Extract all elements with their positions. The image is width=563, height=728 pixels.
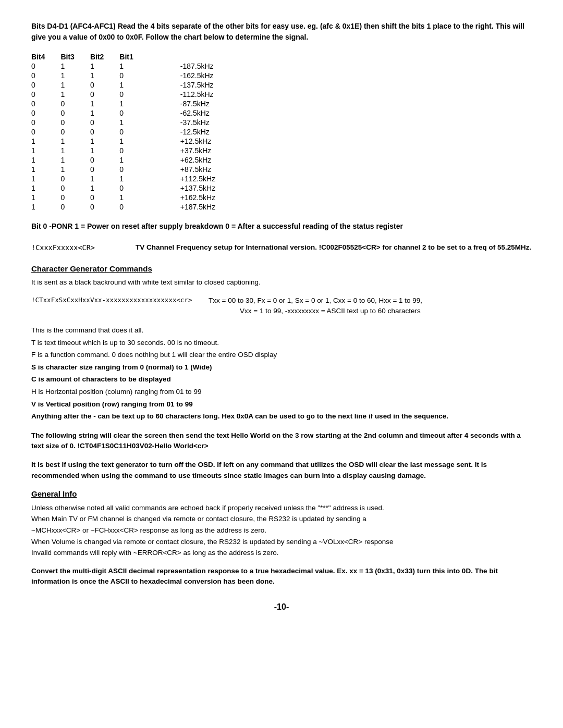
description-item: H is Horizontal position (column) rangin…: [31, 386, 532, 398]
table-cell: 1: [90, 174, 119, 183]
table-row: 1011+112.5kHz: [31, 174, 231, 183]
table-row: 0101-137.5kHz: [31, 80, 231, 90]
table-cell: 1: [90, 99, 119, 108]
tv-channel-section: !CxxxFxxxxx<CR> TV Channel Frequency set…: [31, 242, 532, 253]
table-cell: 0: [90, 202, 119, 212]
table-cell: +87.5kHz: [149, 165, 231, 174]
table-cell: 0: [90, 90, 119, 99]
table-cell: 0: [119, 165, 149, 174]
table-cell: +37.5kHz: [149, 146, 231, 155]
table-cell: 0: [60, 174, 90, 183]
table-cell: 0: [119, 127, 149, 137]
table-cell: 1: [31, 183, 60, 193]
table-cell: 0: [31, 61, 60, 71]
table-cell: 1: [60, 137, 90, 146]
table-cell: 0: [60, 127, 90, 137]
table-cell: 0: [119, 146, 149, 155]
description-item: T is text timeout which is up to 30 seco…: [31, 337, 532, 349]
char-gen-section: Character Generator Commands It is sent …: [31, 264, 532, 481]
table-cell: 1: [90, 146, 119, 155]
table-cell: -62.5kHz: [149, 108, 231, 118]
table-cell: 1: [119, 137, 149, 146]
col-bit4: Bit4: [31, 52, 60, 61]
general-info-heading: General Info: [31, 489, 532, 498]
table-cell: 0: [31, 99, 60, 108]
table-cell: 1: [119, 174, 149, 183]
table-cell: 0: [90, 165, 119, 174]
table-cell: -187.5kHz: [149, 61, 231, 71]
command-syntax-left: !CTxxFxSxCxxHxxVxx-xxxxxxxxxxxxxxxxxx<cr…: [31, 295, 209, 305]
table-cell: 0: [119, 71, 149, 80]
table-cell: 0: [31, 108, 60, 118]
table-cell: 0: [60, 99, 90, 108]
table-cell: 1: [31, 137, 60, 146]
table-cell: 1: [60, 80, 90, 90]
table-cell: -12.5kHz: [149, 127, 231, 137]
table-cell: 1: [31, 155, 60, 165]
table-cell: 1: [60, 155, 90, 165]
table-cell: 0: [119, 202, 149, 212]
intro-paragraph: Bits D4-D1 (AFC4-AFC1) Read the 4 bits s…: [31, 21, 532, 43]
table-row: 0110-162.5kHz: [31, 71, 231, 80]
general-info-section: General Info Unless otherwise noted all …: [31, 489, 532, 587]
table-row: 0100-112.5kHz: [31, 90, 231, 99]
table-cell: 1: [90, 61, 119, 71]
tv-channel-command: !CxxxFxxxxx<CR>: [31, 242, 136, 253]
bit-table-header-row: Bit4 Bit3 Bit2 Bit1: [31, 52, 231, 61]
table-cell: 0: [31, 127, 60, 137]
table-cell: 1: [60, 61, 90, 71]
description-item: S is character size ranging from 0 (norm…: [31, 362, 532, 373]
table-cell: 1: [119, 99, 149, 108]
table-cell: +62.5kHz: [149, 155, 231, 165]
command-right-line2: Vxx = 1 to 99, -xxxxxxxxx = ASCII text u…: [209, 306, 422, 316]
table-cell: 0: [31, 90, 60, 99]
table-row: 0011-87.5kHz: [31, 99, 231, 108]
warning-text: It is best if using the text generator t…: [31, 460, 532, 481]
table-cell: 1: [31, 146, 60, 155]
col-bit1: Bit1: [119, 52, 149, 61]
table-cell: 0: [90, 155, 119, 165]
table-cell: 0: [60, 118, 90, 127]
table-cell: 1: [119, 118, 149, 127]
tv-channel-description: TV Channel Frequency setup for Internati…: [136, 242, 531, 253]
table-cell: 0: [31, 80, 60, 90]
general-info-line: ~MCHxxx<CR> or ~FCHxxx<CR> response as l…: [31, 525, 532, 536]
table-cell: 0: [90, 118, 119, 127]
command-syntax-right: Txx = 00 to 30, Fx = 0 or 1, Sx = 0 or 1…: [209, 295, 422, 317]
description-item: F is a function command. 0 does nothing …: [31, 349, 532, 361]
table-cell: 0: [60, 183, 90, 193]
table-cell: 1: [119, 193, 149, 202]
table-cell: 1: [60, 165, 90, 174]
table-row: 1001+162.5kHz: [31, 193, 231, 202]
table-cell: 0: [90, 80, 119, 90]
description-block: This is the command that does it all.T i…: [31, 325, 532, 422]
col-bit2: Bit2: [90, 52, 119, 61]
table-cell: 1: [31, 165, 60, 174]
table-cell: 0: [60, 193, 90, 202]
table-cell: +137.5kHz: [149, 183, 231, 193]
table-cell: +187.5kHz: [149, 202, 231, 212]
table-cell: 1: [90, 183, 119, 193]
col-bit3: Bit3: [60, 52, 90, 61]
command-syntax-row: !CTxxFxSxCxxHxxVxx-xxxxxxxxxxxxxxxxxx<cr…: [31, 295, 532, 317]
table-cell: +112.5kHz: [149, 174, 231, 183]
char-gen-heading: Character Generator Commands: [31, 264, 532, 273]
table-cell: -37.5kHz: [149, 118, 231, 127]
table-cell: -162.5kHz: [149, 71, 231, 80]
table-cell: 1: [90, 108, 119, 118]
table-row: 0111-187.5kHz: [31, 61, 231, 71]
table-cell: 1: [31, 174, 60, 183]
table-cell: 0: [119, 90, 149, 99]
table-cell: 0: [90, 193, 119, 202]
bit-table: Bit4 Bit3 Bit2 Bit1 0111-187.5kHz0110-16…: [31, 52, 231, 212]
table-row: 1110+37.5kHz: [31, 146, 231, 155]
table-row: 0000-12.5kHz: [31, 127, 231, 137]
table-cell: 1: [60, 90, 90, 99]
col-value: [149, 52, 231, 61]
general-info-line: Invalid commands will reply with ~ERROR<…: [31, 547, 532, 559]
table-row: 1010+137.5kHz: [31, 183, 231, 193]
table-cell: +12.5kHz: [149, 137, 231, 146]
table-cell: -87.5kHz: [149, 99, 231, 108]
table-row: 1100+87.5kHz: [31, 165, 231, 174]
general-info-line: When Volume is changed via remote or con…: [31, 536, 532, 548]
